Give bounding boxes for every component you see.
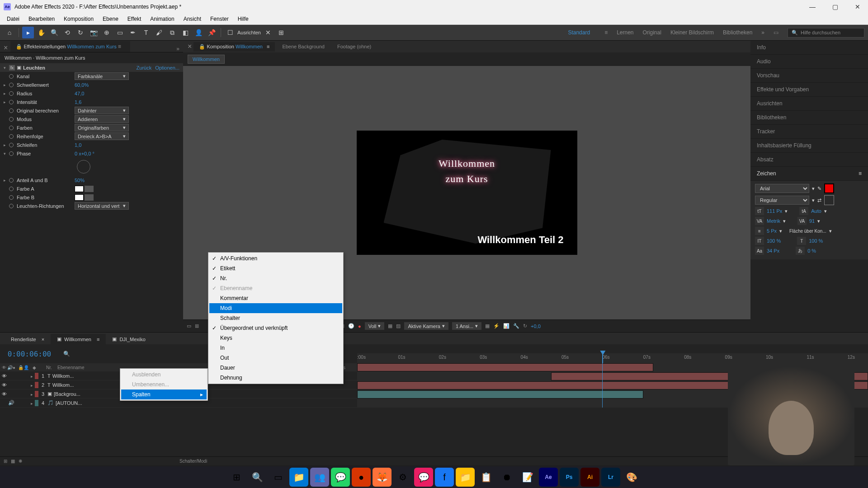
- stopwatch-icon[interactable]: [9, 74, 14, 79]
- tsume-value[interactable]: 0 %: [807, 248, 816, 253]
- panel-vorschau[interactable]: Vorschau: [750, 69, 868, 83]
- orbit-tool[interactable]: ⟲: [61, 27, 73, 38]
- vscale-value[interactable]: 100 %: [767, 238, 781, 244]
- stopwatch-icon[interactable]: [9, 178, 14, 183]
- fill-color[interactable]: [824, 183, 834, 193]
- phase-value[interactable]: 0 x+0,0 °: [75, 151, 94, 156]
- ctx-uebergeordnet[interactable]: ✓Übergeordnet und verknüpft: [209, 323, 342, 333]
- camera-select[interactable]: Aktive Kamera▾: [404, 322, 448, 330]
- ctx-dauer[interactable]: Dauer: [209, 363, 342, 373]
- panel-menu-icon[interactable]: »: [176, 46, 179, 52]
- stopwatch-icon[interactable]: [9, 143, 14, 147]
- ctx-nr[interactable]: ✓Nr.: [209, 273, 342, 283]
- ctx-etikett[interactable]: ✓Etikett: [209, 263, 342, 273]
- timeline-tab-renderliste[interactable]: Renderliste×: [5, 334, 51, 344]
- hscale-value[interactable]: 100 %: [809, 238, 823, 244]
- text-tool[interactable]: T: [140, 27, 152, 38]
- layer-visibility[interactable]: 👁: [0, 391, 6, 397]
- camera-tool[interactable]: 📷: [88, 27, 99, 38]
- stopwatch-icon[interactable]: [9, 126, 14, 130]
- stopwatch-icon[interactable]: [9, 151, 14, 156]
- snapshot-icon[interactable]: ●: [358, 324, 361, 329]
- menu-ansicht[interactable]: Ansicht: [179, 14, 206, 23]
- rotation-tool[interactable]: ↻: [75, 27, 86, 38]
- anchor-tool[interactable]: ⊕: [101, 27, 113, 38]
- menu-ebene[interactable]: Ebene: [98, 14, 123, 23]
- panel-audio[interactable]: Audio: [750, 55, 868, 69]
- swap-colors-icon[interactable]: ⇄: [817, 197, 821, 203]
- taskbar-photoshop[interactable]: Ps: [560, 468, 579, 487]
- stopwatch-icon[interactable]: [9, 100, 14, 104]
- comp-tab-footage[interactable]: Footage (ohne): [332, 42, 377, 51]
- timeline-tab-mexiko[interactable]: ▣DJI_Mexiko: [106, 334, 151, 344]
- layer-label[interactable]: [35, 373, 38, 379]
- exposure-reset-icon[interactable]: ↻: [523, 323, 527, 329]
- ctx-in[interactable]: In: [209, 343, 342, 353]
- ctx-dehnung[interactable]: Dehnung: [209, 373, 342, 383]
- lock-column-icon[interactable]: 🔒: [16, 365, 22, 370]
- time-ruler[interactable]: :00s 01s 02s 03s 04s 05s 06s 07s 08s 09s…: [357, 353, 868, 363]
- taskbar-whatsapp[interactable]: 💬: [331, 468, 350, 487]
- quality-select[interactable]: Voll▾: [365, 322, 385, 330]
- layer-bar-4[interactable]: [357, 390, 643, 399]
- radius-value[interactable]: 47,0: [75, 91, 84, 96]
- taskbar-folder[interactable]: 📁: [456, 468, 475, 487]
- effect-options[interactable]: Optionen...: [155, 65, 179, 70]
- ctx-schalter[interactable]: Schalter: [209, 313, 342, 323]
- phase-angle-control[interactable]: [77, 160, 90, 174]
- stopwatch-icon[interactable]: [9, 195, 14, 200]
- frame-blend-icon[interactable]: ▦: [11, 459, 15, 464]
- intensitat-value[interactable]: 1,6: [75, 99, 81, 105]
- panel-close-icon[interactable]: ×: [4, 44, 8, 52]
- taskbar-aftereffects[interactable]: Ae: [539, 468, 558, 487]
- effect-visibility-icon[interactable]: ▣: [17, 65, 21, 70]
- original-select[interactable]: Dahinter▾: [75, 107, 129, 114]
- tracking-value[interactable]: 91: [809, 218, 815, 224]
- fx-badge[interactable]: fx: [9, 65, 15, 70]
- audio-column-icon[interactable]: 🔊: [5, 365, 11, 370]
- playhead[interactable]: [602, 353, 603, 363]
- ctx-out[interactable]: Out: [209, 353, 342, 363]
- menu-fenster[interactable]: Fenster: [206, 14, 233, 23]
- menu-bearbeiten[interactable]: Bearbeiten: [24, 14, 59, 23]
- taskbar-messenger[interactable]: 💬: [414, 468, 433, 487]
- eraser-tool[interactable]: ◧: [179, 27, 191, 38]
- baseline-value[interactable]: 34 Px: [767, 248, 779, 253]
- help-search[interactable]: 🔍 Hilfe durchsuchen: [788, 28, 864, 38]
- stopwatch-icon[interactable]: [9, 108, 14, 113]
- taskbar-search[interactable]: 🔍: [248, 468, 267, 487]
- taskbar-app2[interactable]: ⚙: [393, 468, 412, 487]
- schwellenwert-value[interactable]: 60,0%: [75, 82, 89, 88]
- taskbar-word[interactable]: 📝: [518, 468, 537, 487]
- channel-icon[interactable]: ▦: [388, 323, 392, 329]
- nr-column[interactable]: Nr.: [44, 365, 56, 370]
- time-icon[interactable]: 🕐: [348, 323, 354, 329]
- ctx-keys[interactable]: Keys: [209, 333, 342, 343]
- panel-tracker[interactable]: Tracker: [750, 125, 868, 139]
- font-style-select[interactable]: Regular: [755, 196, 809, 205]
- modus-select[interactable]: Addieren▾: [75, 115, 129, 123]
- taskbar-teams[interactable]: 👥: [310, 468, 329, 487]
- ctx-av-funktionen[interactable]: ✓A/V-Funktionen: [209, 253, 342, 263]
- views-select[interactable]: 1 Ansi...▾: [452, 322, 481, 330]
- close-button[interactable]: ✕: [851, 3, 864, 10]
- taskbar-illustrator[interactable]: Ai: [580, 468, 599, 487]
- roto-tool[interactable]: 👤: [193, 27, 204, 38]
- taskbar-taskview[interactable]: ▭: [269, 468, 288, 487]
- stopwatch-icon[interactable]: [9, 117, 14, 122]
- comp-breadcrumb[interactable]: Willkommen: [188, 55, 225, 64]
- ctx-umbenennen[interactable]: Umbenennen...: [121, 380, 207, 389]
- hand-tool[interactable]: ✋: [35, 27, 47, 38]
- farbe-b-swatch[interactable]: [75, 194, 84, 201]
- stopwatch-icon[interactable]: [9, 91, 14, 96]
- stopwatch-icon[interactable]: [9, 187, 14, 191]
- layer-visibility[interactable]: 👁: [0, 373, 6, 379]
- clone-tool[interactable]: ⧉: [166, 27, 178, 38]
- eye-column-icon[interactable]: 👁: [0, 365, 5, 370]
- panel-bibliotheken[interactable]: Bibliotheken: [750, 111, 868, 125]
- exposure-value[interactable]: +0,0: [531, 324, 541, 329]
- stroke-width-value[interactable]: 5 Px: [767, 228, 777, 234]
- zoom-tool[interactable]: 🔍: [48, 27, 60, 38]
- panel-ausrichten[interactable]: Ausrichten: [750, 97, 868, 111]
- kanal-select[interactable]: Farbkanäle▾: [75, 72, 129, 80]
